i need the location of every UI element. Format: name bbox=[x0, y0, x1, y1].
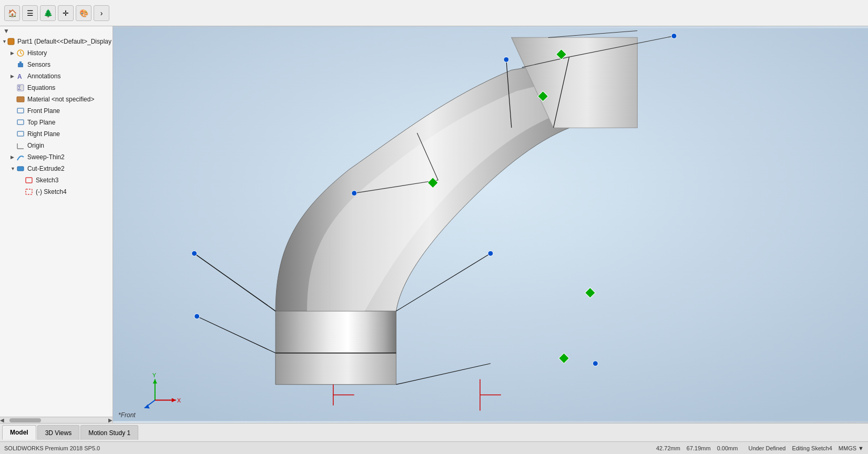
expand-arrow-cut: ▼ bbox=[11, 166, 16, 171]
svg-point-39 bbox=[192, 251, 197, 256]
app-title-status: SOLIDWORKS Premium 2018 SP5.0 bbox=[4, 445, 646, 451]
sensors-label: Sensors bbox=[27, 61, 50, 68]
3d-viewport[interactable]: Y X *Front bbox=[113, 26, 868, 423]
tree-item-front-plane[interactable]: Front Plane bbox=[0, 105, 113, 117]
z-coord: 0.00mm bbox=[717, 445, 738, 451]
material-label: Material <not specified> bbox=[27, 96, 94, 103]
material-icon bbox=[16, 95, 25, 104]
sensors-icon bbox=[16, 60, 25, 69]
status-coordinates: 42.72mm 67.19mm 0.00mm bbox=[656, 445, 738, 451]
svg-point-42 bbox=[195, 314, 200, 319]
history-label: History bbox=[27, 49, 47, 57]
tree-item-annotations[interactable]: ▶ A Annotations bbox=[0, 70, 113, 82]
expand-arrow-history: ▶ bbox=[11, 50, 16, 56]
expand-arrow-sweep: ▶ bbox=[11, 154, 16, 160]
cut-extrude-icon bbox=[16, 164, 25, 173]
tree-item-material[interactable]: Material <not specified> bbox=[0, 94, 113, 105]
right-plane-label: Right Plane bbox=[27, 130, 60, 138]
svg-text:Y: Y bbox=[152, 372, 157, 378]
history-icon bbox=[16, 49, 25, 57]
tree-item-cut-extrude2[interactable]: ▼ Cut-Extrude2 bbox=[0, 163, 113, 174]
edit-mode: Editing Sketch4 bbox=[792, 445, 832, 451]
svg-point-38 bbox=[352, 191, 357, 196]
x-coord: 42.72mm bbox=[656, 445, 680, 451]
y-coord: 67.19mm bbox=[687, 445, 711, 451]
expand-arrow-part: ▼ bbox=[2, 39, 7, 44]
annotations-icon: A bbox=[16, 72, 25, 80]
svg-rect-20 bbox=[275, 353, 396, 385]
units-display: MMGS ▼ bbox=[839, 445, 864, 451]
tree-item-origin[interactable]: Origin bbox=[0, 140, 113, 151]
tab-3d-views[interactable]: 3D Views bbox=[37, 425, 79, 440]
scroll-left-arrow[interactable]: ◀ bbox=[0, 417, 4, 423]
status-bar: SOLIDWORKS Premium 2018 SP5.0 42.72mm 67… bbox=[0, 441, 868, 454]
svg-point-40 bbox=[488, 251, 493, 256]
equations-label: Equations bbox=[27, 84, 55, 91]
filter-row: ▼ bbox=[0, 26, 113, 36]
definition-status: Under Defined bbox=[748, 445, 785, 451]
tree-item-sensors[interactable]: Sensors bbox=[0, 59, 113, 70]
front-plane-label: Front Plane bbox=[27, 107, 60, 115]
left-panel-scrollbar[interactable]: ◀ ▶ bbox=[0, 417, 113, 423]
front-plane-icon bbox=[16, 107, 25, 115]
svg-line-3 bbox=[21, 53, 22, 54]
tree-item-sketch3[interactable]: Sketch3 bbox=[0, 174, 113, 186]
tree-item-sweep-thin2[interactable]: ▶ Sweep-Thin2 bbox=[0, 151, 113, 163]
origin-label: Origin bbox=[27, 142, 44, 149]
cut-extrude2-label: Cut-Extrude2 bbox=[27, 165, 65, 172]
svg-rect-5 bbox=[19, 61, 22, 63]
top-plane-label: Top Plane bbox=[27, 119, 55, 126]
tree-item-right-plane[interactable]: Right Plane bbox=[0, 128, 113, 140]
toolbar-home-btn[interactable]: 🏠 bbox=[4, 5, 20, 21]
svg-rect-10 bbox=[17, 108, 24, 113]
svg-point-36 bbox=[504, 57, 509, 62]
svg-rect-0 bbox=[8, 38, 14, 45]
toolbar-crosshair-btn[interactable]: ✛ bbox=[58, 5, 74, 21]
feature-tree-panel: ▼ ▼ Part1 (Default<<Default>_Display Sta… bbox=[0, 26, 113, 423]
svg-point-41 bbox=[593, 361, 598, 366]
toolbar-tree-btn[interactable]: 🌲 bbox=[40, 5, 56, 21]
sweep-thin2-label: Sweep-Thin2 bbox=[27, 153, 65, 161]
sketch3-label: Sketch3 bbox=[36, 177, 58, 184]
scroll-thumb[interactable] bbox=[9, 418, 41, 422]
units-value: MMGS bbox=[839, 445, 856, 451]
view-label: *Front bbox=[118, 411, 136, 419]
tab-motion-study[interactable]: Motion Study 1 bbox=[80, 425, 138, 440]
svg-rect-9 bbox=[17, 97, 24, 102]
tab-model[interactable]: Model bbox=[2, 425, 36, 440]
svg-rect-4 bbox=[18, 63, 23, 67]
tree-item-history[interactable]: ▶ History bbox=[0, 47, 113, 59]
toolbar-color-btn[interactable]: 🎨 bbox=[76, 5, 91, 21]
sketch4-icon bbox=[24, 188, 34, 196]
svg-text:A: A bbox=[17, 73, 22, 80]
top-plane-icon bbox=[16, 118, 25, 127]
tree-item-top-plane[interactable]: Top Plane bbox=[0, 117, 113, 128]
equations-icon: Σ bbox=[16, 84, 25, 92]
annotations-label: Annotations bbox=[27, 73, 60, 80]
svg-text:X: X bbox=[177, 397, 181, 404]
right-plane-icon bbox=[16, 130, 25, 138]
part-icon bbox=[7, 37, 15, 46]
svg-rect-15 bbox=[17, 167, 24, 171]
bottom-tabs: Model 3D Views Motion Study 1 bbox=[0, 423, 868, 441]
svg-point-37 bbox=[671, 34, 677, 39]
filter-icon: ▼ bbox=[3, 27, 9, 35]
status-right: Under Defined Editing Sketch4 MMGS ▼ bbox=[748, 445, 864, 451]
top-toolbar: 🏠 ☰ 🌲 ✛ 🎨 › bbox=[0, 0, 868, 26]
tree-item-part-root[interactable]: ▼ Part1 (Default<<Default>_Display Sta bbox=[0, 36, 113, 47]
sketch4-label: (-) Sketch4 bbox=[36, 188, 67, 195]
tree-item-sketch4[interactable]: (-) Sketch4 bbox=[0, 186, 113, 198]
origin-icon bbox=[16, 141, 25, 150]
svg-text:Σ: Σ bbox=[18, 85, 21, 91]
svg-rect-12 bbox=[17, 131, 24, 136]
toolbar-more-btn[interactable]: › bbox=[94, 5, 109, 21]
expand-arrow-annotations: ▶ bbox=[11, 74, 16, 79]
svg-rect-16 bbox=[26, 178, 32, 183]
tree-item-equations[interactable]: Σ Equations bbox=[0, 82, 113, 94]
toolbar-list-btn[interactable]: ☰ bbox=[22, 5, 38, 21]
svg-rect-11 bbox=[17, 120, 24, 125]
scroll-right-arrow[interactable]: ▶ bbox=[108, 417, 113, 423]
part-root-label: Part1 (Default<<Default>_Display Sta bbox=[17, 38, 113, 45]
units-dropdown-arrow[interactable]: ▼ bbox=[858, 445, 864, 451]
svg-rect-17 bbox=[26, 189, 32, 194]
